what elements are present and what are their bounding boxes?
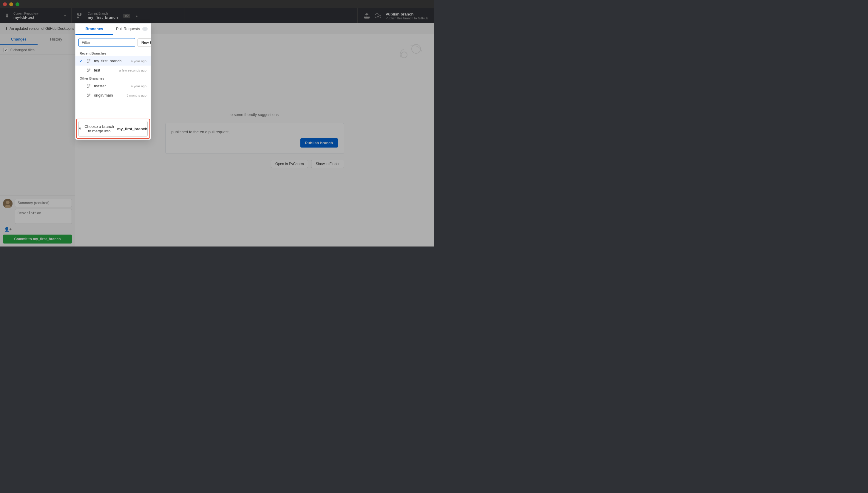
branch-git-icon-test [87,68,91,72]
overlay-backdrop[interactable] [0,0,434,246]
branch-git-icon-master [87,84,91,88]
branch-git-icon [87,59,91,63]
recent-branches-label: Recent Branches [76,50,151,56]
branch-time-master: a year ago [131,84,146,88]
branch-dropdown: Branches Pull Requests 1 New Branch Rece… [75,23,151,140]
merge-text-branch: my_first_branch [117,127,147,131]
dropdown-footer: Choose a branch to merge into my_first_b… [76,118,151,140]
branch-name-master: master [94,84,128,88]
dropdown-tab-branches[interactable]: Branches [76,24,113,35]
other-branches-label: Other Branches [76,75,151,81]
branch-name-my-first-branch: my_first_branch [94,59,128,63]
branch-item-origin-main[interactable]: origin/main 3 months ago [76,91,151,100]
merge-text-prefix: Choose a branch to merge into [83,124,116,133]
dropdown-tab-pull-requests[interactable]: Pull Requests 1 [113,24,151,35]
branch-item-test[interactable]: test a few seconds ago [76,66,151,75]
branch-name-test: test [94,68,116,72]
branch-selected-icon: ✓ [80,59,84,63]
filter-input[interactable] [79,38,135,47]
branch-time-origin-main: 3 months ago [126,93,146,97]
branch-time-test: a few seconds ago [119,68,146,72]
pr-count-badge: 1 [142,27,148,31]
merge-branch-button[interactable]: Choose a branch to merge into my_first_b… [79,121,148,136]
filter-row: New Branch [76,35,151,50]
branch-item-my-first-branch[interactable]: ✓ my_first_branch a year ago [76,56,151,66]
branch-item-master[interactable]: master a year ago [76,81,151,91]
dropdown-tabs: Branches Pull Requests 1 [76,24,151,35]
new-branch-button[interactable]: New Branch [138,39,151,47]
merge-icon [79,127,81,131]
branch-name-origin-main: origin/main [94,93,123,98]
branch-git-icon-origin-main [87,93,91,98]
branch-time-my-first-branch: a year ago [131,59,146,63]
